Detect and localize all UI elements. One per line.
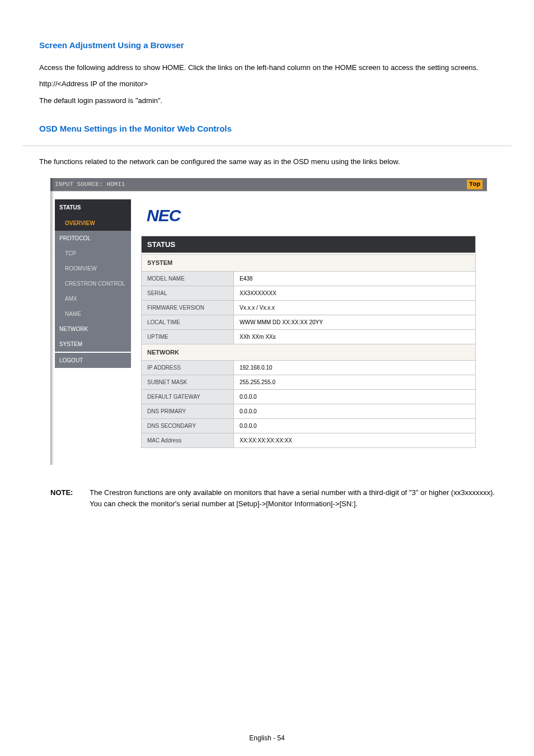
row-value: XX:XX:XX:XX:XX:XX [234, 433, 476, 448]
row-label: DEFAULT GATEWAY [142, 390, 234, 404]
row-value: XXh XXm XXs [234, 329, 476, 344]
note-line1: The Crestron functions are only availabl… [90, 488, 495, 497]
network-section-header: NETWORK [142, 344, 476, 361]
note-label: NOTE: [50, 487, 90, 509]
row-value: WWW MMM DD XX:XX:XX 20YY [234, 315, 476, 329]
row-label: DNS SECONDARY [142, 419, 234, 433]
row-label: UPTIME [142, 329, 234, 344]
table-row: SUBNET MASK255.255.255.0 [142, 375, 476, 390]
table-row: DNS SECONDARY0.0.0.0 [142, 419, 476, 433]
para-url: http://<Address IP of the monitor> [39, 78, 495, 90]
note-block: NOTE: The Crestron functions are only av… [50, 487, 495, 509]
sidebar-item-overview[interactable]: OVERVIEW [55, 216, 131, 231]
sidebar-item-network[interactable]: NETWORK [55, 321, 131, 337]
row-value: 0.0.0.0 [234, 404, 476, 419]
sidebar-item-tcp[interactable]: TCP [55, 246, 131, 261]
sidebar-item-system[interactable]: SYSTEM [55, 337, 131, 352]
web-control-screenshot: INPUT SOURCE: HDMI1 Top STATUS OVERVIEW … [50, 178, 487, 465]
row-value: XX3XXXXXXX [234, 286, 476, 300]
para-osd-intro: The functions related to the network can… [39, 156, 495, 167]
row-label: MODEL NAME [142, 271, 234, 286]
system-table: SYSTEM MODEL NAMEE438 SERIALXX3XXXXXXX F… [141, 254, 476, 448]
row-value: 255.255.255.0 [234, 375, 476, 390]
sidebar-item-protocol[interactable]: PROTOCOL [55, 231, 131, 246]
table-row: DEFAULT GATEWAY0.0.0.0 [142, 390, 476, 404]
row-label: LOCAL TIME [142, 315, 234, 329]
para-password: The default login password is "admin". [39, 95, 495, 106]
row-label: MAC Address [142, 433, 234, 448]
row-value: 192.168.0.10 [234, 361, 476, 375]
input-source-label: INPUT SOURCE: HDMI1 [55, 180, 125, 189]
section-osd-settings: OSD Menu Settings in the Monitor Web Con… [39, 123, 495, 136]
row-value: E438 [234, 271, 476, 286]
section-divider [22, 146, 512, 146]
sidebar-item-amx[interactable]: AMX [55, 291, 131, 306]
sidebar-item-roomview[interactable]: ROOMVIEW [55, 261, 131, 276]
heading-screen-adjustment: Screen Adjustment Using a Browser [39, 39, 495, 52]
table-row: DNS PRIMARY0.0.0.0 [142, 404, 476, 419]
table-row: MAC AddressXX:XX:XX:XX:XX:XX [142, 433, 476, 448]
sidebar: STATUS OVERVIEW PROTOCOL TCP ROOMVIEW CR… [50, 192, 135, 465]
para-access-address: Access the following address to show HOM… [39, 62, 495, 73]
row-label: IP ADDRESS [142, 361, 234, 375]
logo-wrap: NEC [141, 196, 476, 236]
nec-logo: NEC [147, 206, 180, 225]
table-row: FIRMWARE VERSIONVx.x.x / Vx.x.x [142, 300, 476, 315]
sidebar-item-name[interactable]: NAME [55, 306, 131, 321]
page-footer: English - 54 [22, 733, 512, 743]
sidebar-item-crestron[interactable]: CRESTRON CONTROL [55, 276, 131, 291]
row-value: 0.0.0.0 [234, 419, 476, 433]
note-text: The Crestron functions are only availabl… [90, 487, 495, 509]
row-label: DNS PRIMARY [142, 404, 234, 419]
note-line2: You can check the monitor's serial numbe… [90, 500, 358, 508]
section-osd-intro: The functions related to the network can… [39, 156, 495, 167]
row-label: FIRMWARE VERSION [142, 300, 234, 315]
row-label: SUBNET MASK [142, 375, 234, 390]
main-area: NEC STATUS SYSTEM MODEL NAMEE438 SERIALX… [135, 192, 487, 465]
table-row: IP ADDRESS192.168.0.10 [142, 361, 476, 375]
top-link[interactable]: Top [467, 180, 483, 189]
table-row: LOCAL TIMEWWW MMM DD XX:XX:XX 20YY [142, 315, 476, 329]
topbar: INPUT SOURCE: HDMI1 Top [50, 178, 487, 192]
table-row: MODEL NAMEE438 [142, 271, 476, 286]
status-header: STATUS [141, 236, 476, 254]
row-value: Vx.x.x / Vx.x.x [234, 300, 476, 315]
sidebar-item-status[interactable]: STATUS [55, 199, 131, 216]
sidebar-item-logout[interactable]: LOGOUT [55, 353, 131, 368]
shadow-strip [50, 178, 54, 465]
table-row: UPTIMEXXh XXm XXs [142, 329, 476, 344]
section-screen-adjustment: Screen Adjustment Using a Browser Access… [39, 39, 495, 106]
system-section-header: SYSTEM [142, 255, 476, 272]
panel-body: STATUS OVERVIEW PROTOCOL TCP ROOMVIEW CR… [50, 192, 487, 465]
row-label: SERIAL [142, 286, 234, 300]
row-value: 0.0.0.0 [234, 390, 476, 404]
table-row: SERIALXX3XXXXXXX [142, 286, 476, 300]
heading-osd-settings: OSD Menu Settings in the Monitor Web Con… [39, 123, 495, 136]
